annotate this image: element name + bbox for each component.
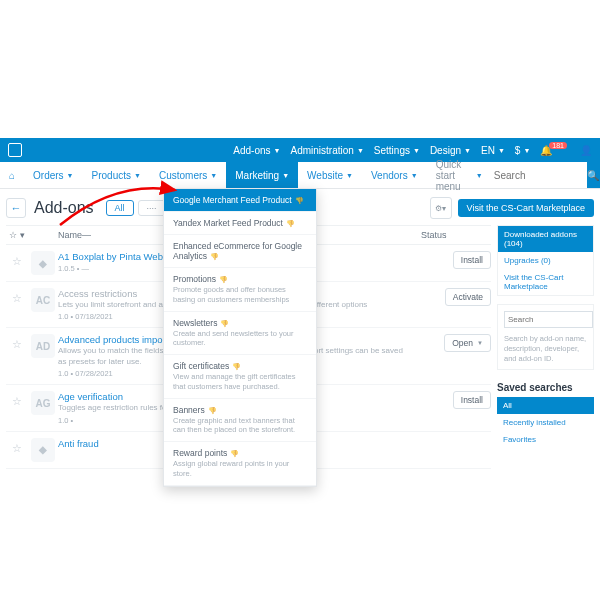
- topbar-notifications[interactable]: 🔔181: [540, 145, 570, 156]
- dropdown-sub: View and manage the gift certificates th…: [173, 372, 307, 392]
- nav-website[interactable]: Website▼: [298, 162, 362, 188]
- saved-searches-title: Saved searches: [497, 378, 594, 397]
- addon-icon: AG: [28, 391, 58, 415]
- dropdown-item[interactable]: Newsletters👎Create and send newsletters …: [164, 312, 316, 356]
- app-top-bar: Add-ons▼ Administration▼ Settings▼ Desig…: [0, 138, 600, 162]
- saved-all[interactable]: All: [497, 397, 594, 414]
- nav-marketing[interactable]: Marketing▼: [226, 162, 298, 188]
- nav-products[interactable]: Products▼: [83, 162, 150, 188]
- search-panel: Search by add-on name, description, deve…: [497, 304, 594, 370]
- thumb-icon: 👎: [286, 220, 295, 227]
- addon-action-button[interactable]: Open▼: [444, 334, 491, 352]
- col-status: Status: [421, 230, 491, 240]
- thumb-icon: 👎: [232, 363, 241, 370]
- quick-start-menu[interactable]: Quick start menu▼: [427, 162, 492, 188]
- cart-icon[interactable]: [8, 143, 22, 157]
- addon-icon: ◆: [28, 438, 58, 462]
- topbar-design[interactable]: Design▼: [430, 145, 471, 156]
- saved-favorites[interactable]: Favorites: [497, 431, 594, 448]
- topbar-user[interactable]: 👤: [580, 145, 592, 156]
- nav-vendors[interactable]: Vendors▼: [362, 162, 427, 188]
- saved-searches-list: All Recently installed Favorites: [497, 397, 594, 448]
- thumb-icon: 👎: [210, 253, 219, 260]
- thumb-icon: 👎: [208, 407, 217, 414]
- saved-recent[interactable]: Recently installed: [497, 414, 594, 431]
- dropdown-sub: Assign global reward points in your stor…: [173, 459, 307, 479]
- filter-other[interactable]: ····: [138, 200, 166, 216]
- topbar-settings[interactable]: Settings▼: [374, 145, 420, 156]
- search-input[interactable]: [492, 169, 581, 182]
- addon-action-button[interactable]: Install: [453, 251, 491, 269]
- visit-marketplace-link[interactable]: Visit the CS-Cart Marketplace: [498, 269, 593, 295]
- star-toggle[interactable]: ☆: [6, 438, 28, 455]
- dropdown-sub: Promote goods and offer bonuses basing o…: [173, 285, 307, 305]
- dropdown-item[interactable]: Yandex Market Feed Product👎: [164, 212, 316, 235]
- notif-badge: 181: [549, 142, 567, 149]
- page-title: Add-ons: [34, 199, 94, 217]
- main-nav: ⌂ Orders▼ Products▼ Customers▼ Marketing…: [0, 162, 600, 189]
- gear-button[interactable]: ⚙ ▾: [430, 197, 452, 219]
- addon-action-button[interactable]: Install: [453, 391, 491, 409]
- thumb-icon: 👎: [295, 197, 304, 204]
- star-icon[interactable]: ☆ ▾: [6, 230, 28, 240]
- marketing-dropdown: Google Merchant Feed Product👎Yandex Mark…: [163, 188, 317, 487]
- thumb-icon: 👎: [220, 320, 229, 327]
- dropdown-item[interactable]: Banners👎Create graphic and text banners …: [164, 399, 316, 443]
- sidebar-search-input[interactable]: [504, 311, 593, 328]
- thumb-icon: 👎: [230, 450, 239, 457]
- downloaded-header: Downloaded addons (104): [498, 226, 593, 252]
- search-icon: 🔍: [587, 170, 599, 181]
- dropdown-item[interactable]: Reward points👎Assign global reward point…: [164, 442, 316, 486]
- gear-icon: ⚙: [435, 204, 442, 213]
- addon-icon: AC: [28, 288, 58, 312]
- thumb-icon: 👎: [219, 276, 228, 283]
- star-toggle[interactable]: ☆: [6, 288, 28, 305]
- search-button[interactable]: 🔍: [587, 162, 600, 188]
- downloaded-panel: Downloaded addons (104) Upgrades (0) Vis…: [497, 225, 594, 296]
- back-button[interactable]: ←: [6, 198, 26, 218]
- nav-orders[interactable]: Orders▼: [24, 162, 83, 188]
- nav-home[interactable]: ⌂: [0, 162, 24, 188]
- topbar-language[interactable]: EN▼: [481, 145, 505, 156]
- star-toggle[interactable]: ☆: [6, 391, 28, 408]
- upgrades-link[interactable]: Upgrades (0): [498, 252, 593, 269]
- topbar-currency[interactable]: $▼: [515, 145, 531, 156]
- star-toggle[interactable]: ☆: [6, 251, 28, 268]
- home-icon: ⌂: [9, 170, 15, 181]
- dropdown-sub: Create and send newsletters to your cust…: [173, 329, 307, 349]
- dropdown-item[interactable]: Promotions👎Promote goods and offer bonus…: [164, 268, 316, 312]
- dropdown-item[interactable]: Google Merchant Feed Product👎: [164, 189, 316, 212]
- dropdown-item[interactable]: Gift certificates👎View and manage the gi…: [164, 355, 316, 399]
- topbar-administration[interactable]: Administration▼: [291, 145, 364, 156]
- dropdown-item[interactable]: Enhanced eCommerce for Google Analytics👎: [164, 235, 316, 268]
- star-toggle[interactable]: ☆: [6, 334, 28, 351]
- topbar-addons[interactable]: Add-ons▼: [233, 145, 280, 156]
- nav-search: [492, 162, 587, 188]
- search-help-text: Search by add-on name, description, deve…: [498, 334, 593, 369]
- addon-icon: ◆: [28, 251, 58, 275]
- addon-icon: AD: [28, 334, 58, 358]
- sidebar: Downloaded addons (104) Upgrades (0) Vis…: [497, 225, 594, 456]
- nav-customers[interactable]: Customers▼: [150, 162, 226, 188]
- filter-all[interactable]: All: [106, 200, 134, 216]
- dropdown-sub: Create graphic and text banners that can…: [173, 416, 307, 436]
- addon-action-button[interactable]: Activate: [445, 288, 491, 306]
- visit-marketplace-button[interactable]: Visit the CS-Cart Marketplace: [458, 199, 594, 217]
